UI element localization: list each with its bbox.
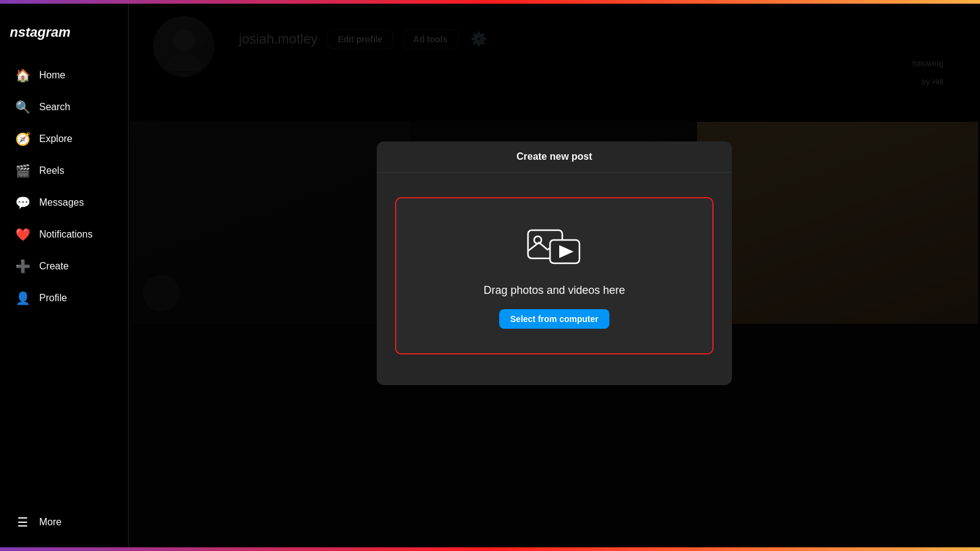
media-icon <box>527 223 582 272</box>
sidebar-item-notifications[interactable]: ❤️ Notifications <box>5 219 123 250</box>
drag-text: Drag photos and videos here <box>483 284 625 297</box>
search-icon: 🔍 <box>15 99 31 115</box>
sidebar: nstagram 🏠 Home 🔍 Search 🧭 Explore 🎬 Ree… <box>0 0 129 551</box>
sidebar-item-reels[interactable]: 🎬 Reels <box>5 156 123 186</box>
home-icon: 🏠 <box>15 67 31 83</box>
select-from-computer-button[interactable]: Select from computer <box>499 309 609 329</box>
main-content: josiah.motley Edit profile Ad tools ⚙️ f… <box>129 4 980 547</box>
modal-body: Drag photos and videos here Select from … <box>377 173 732 385</box>
sidebar-item-label: Profile <box>39 293 67 304</box>
sidebar-bottom: ☰ More <box>0 506 129 539</box>
top-gradient-bar <box>0 0 980 4</box>
sidebar-item-label: Create <box>39 261 69 272</box>
sidebar-item-explore[interactable]: 🧭 Explore <box>5 124 123 154</box>
sidebar-item-more[interactable]: ☰ More <box>5 507 124 538</box>
sidebar-item-home[interactable]: 🏠 Home <box>5 60 123 91</box>
explore-icon: 🧭 <box>15 131 31 147</box>
sidebar-item-create[interactable]: ➕ Create <box>5 251 123 282</box>
profile-icon: 👤 <box>15 290 31 306</box>
sidebar-item-label: Notifications <box>39 229 92 240</box>
reels-icon: 🎬 <box>15 163 31 179</box>
sidebar-more-label: More <box>39 517 61 528</box>
sidebar-item-profile[interactable]: 👤 Profile <box>5 283 123 313</box>
notifications-icon: ❤️ <box>15 227 31 242</box>
sidebar-item-label: Search <box>39 102 70 113</box>
modal-title: Create new post <box>377 141 732 173</box>
create-icon: ➕ <box>15 258 31 274</box>
app-logo: nstagram <box>0 18 128 59</box>
sidebar-item-label: Home <box>39 70 66 81</box>
sidebar-item-label: Explore <box>39 133 72 144</box>
modal-overlay: Create new post <box>129 4 980 547</box>
sidebar-item-label: Messages <box>39 197 84 208</box>
messages-icon: 💬 <box>15 195 31 211</box>
more-icon: ☰ <box>15 514 31 530</box>
sidebar-item-search[interactable]: 🔍 Search <box>5 92 123 122</box>
bottom-gradient-bar <box>0 547 980 551</box>
drop-zone[interactable]: Drag photos and videos here Select from … <box>395 197 714 354</box>
sidebar-item-messages[interactable]: 💬 Messages <box>5 187 123 218</box>
create-post-modal: Create new post <box>377 141 732 385</box>
sidebar-item-label: Reels <box>39 165 64 176</box>
